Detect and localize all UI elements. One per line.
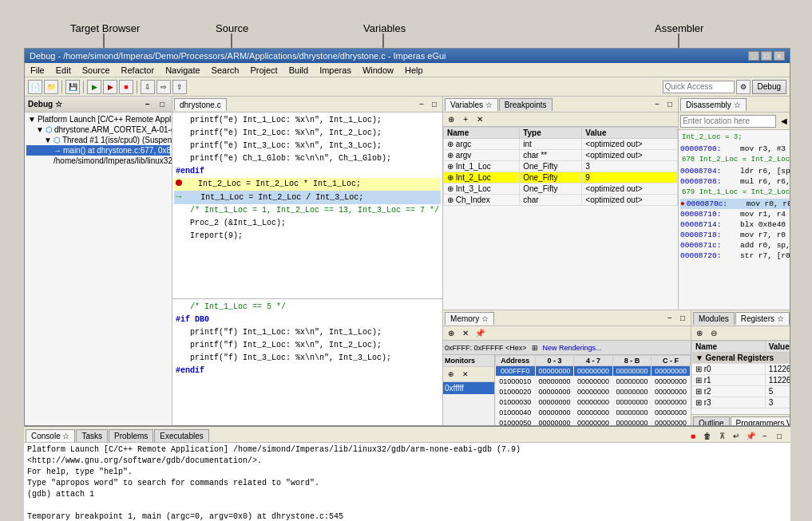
minimize-button[interactable]: _ [748,51,759,61]
mon-add-btn[interactable]: ⊕ [445,368,457,381]
clear-console-btn[interactable]: 🗑 [701,429,714,442]
var-row-int2[interactable]: ⊕ Int_2_Loc One_Fifty 9 [444,172,678,184]
mem-data-4-1: 00000000 [574,408,613,418]
registers-tab[interactable]: Registers ☆ [735,312,790,325]
var-min-btn[interactable]: − [651,98,663,111]
problems-tab[interactable]: Problems [109,429,153,442]
menu-window[interactable]: Window [360,65,396,76]
tree-item-thread[interactable]: ▼ ⬡ Thread #1 1(iss/cpu0) (Suspended : S… [26,135,170,145]
disasm-line-8710[interactable]: 00008710: mov r1, r4 [680,209,790,219]
modules-tab[interactable]: Modules [693,312,735,325]
debug-run-btn[interactable]: ▶ [103,80,117,94]
menu-imperas[interactable]: Imperas [317,65,354,76]
disasm-instr-8720: str r7, [r0, #-4]! [740,251,790,261]
menu-source[interactable]: Source [80,65,113,76]
reg-row-r2[interactable]: ⊞ r2 5 [691,386,790,397]
var-row-ch[interactable]: ⊕ Ch_Index char <optimized out> [444,195,678,206]
breakpoints-tab[interactable]: Breakpoints [499,98,553,111]
mem-max-btn[interactable]: □ [676,312,689,325]
menu-refactor[interactable]: Refactor [119,65,157,76]
executables-tab[interactable]: Executables [154,429,208,442]
source-max-btn[interactable]: □ [428,98,441,111]
debug-minimize-btn[interactable]: − [141,98,154,111]
mem-col-c-f: C - F [652,356,691,366]
new-renderings[interactable]: New Renderings... [543,344,602,352]
monitor-item-0xfffff[interactable]: 0xfffff [443,382,494,395]
debug-maximize-btn[interactable]: □ [156,98,168,111]
disasm-line-8718[interactable]: 00008718: mov r7, r0 [680,230,790,240]
word-wrap-btn[interactable]: ↵ [730,429,743,442]
open-btn[interactable]: 📁 [44,80,58,94]
close-button[interactable]: × [774,51,785,61]
tree-item-main[interactable]: → main() at dhrystone.c:677, 0x8870c [26,145,170,156]
reg-row-r1[interactable]: ⊞ r1 112260 [691,375,790,386]
variables-table: Name Type Value ⊕ argc int < [443,127,678,206]
mem-min-btn[interactable]: − [663,312,676,325]
var-row-int3[interactable]: ⊕ Int_3_Loc One_Fifty <optimized out> [444,184,678,195]
mem-row-1[interactable]: 01000010 00000000 00000000 00000000 0000… [496,377,691,387]
disasm-line-871c[interactable]: 0000871c: add r0, sp, #176 ; 0xb0 [680,240,790,251]
var-row-argc[interactable]: ⊕ argc int <optimized out> [444,139,678,150]
disasm-back-btn[interactable]: ◀ [778,115,790,128]
disasm-line-8704[interactable]: 00008704: ldr r6, [sp, #172] ; 0xac [680,166,790,176]
menu-navigate[interactable]: Navigate [163,65,202,76]
tree-item-gdb[interactable]: /home/simond/Imperas/lib/linux32/gdb/arm… [26,156,170,166]
console-tab[interactable]: Console ☆ [26,429,75,442]
var-add-btn[interactable]: + [459,113,472,126]
console-min-btn[interactable]: − [759,429,771,442]
new-btn[interactable]: 📄 [28,80,42,94]
var-row-argv[interactable]: ⊕ argv char ** <optimized out> [444,150,678,161]
stop-btn[interactable]: ■ [119,80,133,94]
step-into-btn[interactable]: ⇩ [141,80,155,94]
mem-remove-btn[interactable]: ✕ [459,327,472,340]
tree-item-elf[interactable]: ▼ ⬡ dhrystone.ARM_CORTEX_A-01-g.elf [26,124,170,135]
mem-row-3[interactable]: 01000030 00000000 00000000 00000000 0000… [496,397,691,408]
menu-project[interactable]: Project [248,65,279,76]
quick-access-input[interactable] [663,81,735,93]
variables-panel-tabs: Variables ☆ Breakpoints − □ [443,97,678,112]
source-min-btn[interactable]: − [415,98,428,111]
menu-file[interactable]: File [28,65,47,76]
mem-pin-btn[interactable]: 📌 [473,327,486,340]
var-row-int1[interactable]: ⊕ Int_1_Loc One_Fifty 3 [444,161,678,172]
memory-tab[interactable]: Memory ☆ [445,312,494,325]
disasm-line-8714[interactable]: 00008714: blx 0x8e40 <__divsi3> [680,219,790,230]
location-input[interactable] [680,115,776,128]
var-remove-btn[interactable]: ✕ [473,113,486,126]
menu-help[interactable]: Help [402,65,426,76]
disasm-line-8720[interactable]: 00008720: str r7, [r0, #-4]! [680,251,790,261]
source-tab[interactable]: dhrystone.c [174,98,227,111]
mem-add-btn[interactable]: ⊕ [445,327,457,340]
step-over-btn[interactable]: ⇨ [156,80,171,94]
reg-row-r3[interactable]: ⊞ r3 3 [691,397,790,409]
step-out-btn[interactable]: ⇧ [172,80,187,94]
quick-access-icon[interactable]: ⚙ [736,80,751,94]
var-max-btn[interactable]: □ [663,98,676,111]
disasm-line-8708[interactable]: 00008708: mul r6, r6, r3 [680,176,790,187]
mem-row-0[interactable]: 000FFF0 00000000 00000000 00000000 00000… [496,366,691,377]
tasks-tab[interactable]: Tasks [76,429,108,442]
var-collapse-btn[interactable]: ⊕ [445,113,457,126]
reg-collapse-btn[interactable]: ⊕ [693,327,706,340]
menu-edit[interactable]: Edit [53,65,73,76]
scroll-lock-btn[interactable]: ⊼ [715,429,728,442]
save-btn[interactable]: 💾 [65,80,80,94]
console-max-btn[interactable]: □ [773,429,786,442]
run-btn[interactable]: ▶ [87,80,101,94]
menu-search[interactable]: Search [209,65,242,76]
mem-row-4[interactable]: 01000040 00000000 00000000 00000000 0000… [496,408,691,418]
disasm-line-870c[interactable]: ● 0000870c: mov r0, r6 [680,199,790,209]
menu-build[interactable]: Build [287,65,311,76]
disasm-tab[interactable]: Disassembly ☆ [680,98,746,111]
variables-tab[interactable]: Variables ☆ [445,98,498,111]
stop-console-btn[interactable]: ■ [687,429,699,442]
disasm-line-8700[interactable]: 00008700: mov r3, #3 [680,144,790,154]
reg-row-r0[interactable]: ⊞ r0 112264 [691,364,790,375]
tree-item-platform[interactable]: ▼ Platform Launch [C/C++ Remote Applicat… [26,114,170,124]
maximize-button[interactable]: □ [761,51,772,61]
reg-expand-btn[interactable]: ⊖ [707,327,720,340]
pin-console-btn[interactable]: 📌 [744,429,757,442]
debug-perspective-btn[interactable]: Debug [752,80,786,94]
mem-row-2[interactable]: 01000020 00000000 00000000 00000000 0000… [496,387,691,397]
mon-remove-btn[interactable]: ✕ [459,368,472,381]
